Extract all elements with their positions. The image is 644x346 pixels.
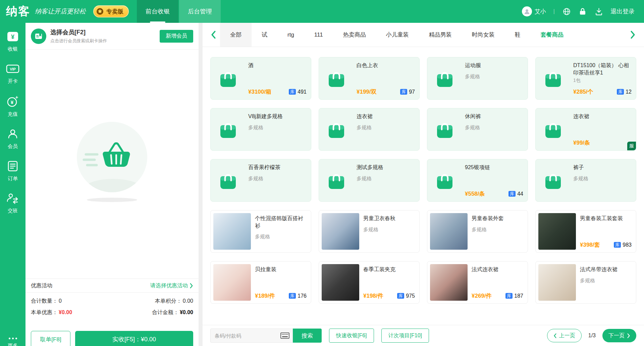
product-card[interactable]: 法式吊带连衣裙多规格 [535, 261, 636, 304]
product-name: 测试多规格 [357, 164, 415, 171]
next-page-button[interactable]: 下一页 [602, 329, 636, 342]
keyboard-icon[interactable] [280, 333, 289, 339]
sidebar-item-orders[interactable]: 订单 [0, 157, 25, 185]
select-promo-link[interactable]: 请选择优惠活动 [150, 282, 193, 289]
pagination: 上一页 1/3 下一页 [547, 329, 636, 342]
product-name: 运动服 [465, 62, 523, 69]
product-spec: 多规格 [357, 176, 415, 182]
product-name: 个性混搭韩版百搭衬衫 [255, 215, 307, 229]
more-dots-icon [9, 338, 17, 339]
product-card[interactable]: 个性混搭韩版百搭衬衫多规格 [210, 210, 311, 253]
product-card[interactable]: 休闲裤多规格 [427, 108, 528, 151]
sidebar-item-open-card[interactable]: VIP开卡 [0, 60, 25, 88]
bag-icon [536, 57, 571, 99]
globe-icon[interactable] [562, 7, 571, 16]
member-select-header[interactable]: 选择会员[F2] 点击进行会员搜索或刷卡操作 新增会员 [25, 23, 199, 50]
bag-icon [319, 159, 354, 201]
product-spec: 多规格 [580, 278, 632, 284]
download-icon[interactable] [594, 7, 603, 16]
product-card[interactable]: 男童春装工装套装¥398/套库983 [535, 210, 636, 253]
category-scroll-left-button[interactable] [207, 23, 220, 47]
discount-label: 本单优惠： [31, 309, 58, 316]
product-photo [213, 213, 251, 250]
category-tab[interactable]: 套餐商品 [531, 23, 574, 47]
user-account[interactable]: 艾小 [522, 6, 546, 16]
product-card[interactable]: 连衣裙多规格 [319, 108, 420, 151]
qty-label: 合计数量： [31, 298, 58, 305]
product-name: 男童春装外套 [472, 215, 523, 222]
category-tab[interactable]: rtg [277, 23, 304, 47]
chevron-left-icon [553, 333, 557, 338]
amount-value: ¥0.00 [180, 309, 193, 315]
edition-badge-icon [96, 8, 104, 15]
empty-cart-illustration [72, 122, 152, 202]
panel-actions: 取单[F8] 实收[F5]：¥0.00 [31, 331, 193, 346]
product-card[interactable]: 贝拉童装¥189/件库176 [210, 261, 311, 304]
sidebar-item-cashier[interactable]: ¥收银 [0, 28, 25, 56]
product-card[interactable]: 春季工装夹克¥198/件库975 [319, 261, 420, 304]
product-card[interactable]: 法式连衣裙¥269/件库187 [427, 261, 528, 304]
quick-cashier-button[interactable]: 快速收银[F6] [329, 329, 374, 343]
product-card[interactable]: 酒¥3100/箱库491 [210, 57, 311, 100]
sidebar-item-shift[interactable]: 交班 [0, 189, 25, 217]
product-card[interactable]: 男童春装外套多规格 [427, 210, 528, 253]
bag-icon [536, 108, 571, 150]
search-button[interactable]: 搜索 [293, 329, 322, 343]
prev-page-button[interactable]: 上一页 [547, 329, 582, 342]
product-grid: 酒¥3100/箱库491白色上衣¥199/双库97运动服多规格DT15100（箱… [210, 57, 636, 304]
top-nav-tabs: 前台收银后台管理 [137, 0, 221, 23]
lock-icon[interactable] [578, 7, 587, 16]
stock-badge: 库 [289, 293, 296, 299]
qty-value: 0 [59, 298, 62, 304]
category-tab[interactable]: 时尚女装 [462, 23, 505, 47]
product-card[interactable]: 裤子多规格 [535, 159, 636, 202]
app-logo: 纳客 [6, 4, 30, 19]
product-spec: 多规格 [465, 73, 523, 80]
product-card[interactable]: 运动服多规格 [427, 57, 528, 100]
category-tab[interactable]: 小儿童装 [376, 23, 419, 47]
edition-badge-label: 专卖版 [106, 8, 123, 15]
category-tab[interactable]: 全部 [220, 23, 252, 47]
product-card[interactable]: 白色上衣¥199/双库97 [319, 57, 420, 100]
count-project-button[interactable]: 计次项目[F10] [381, 329, 429, 343]
logout-button[interactable]: 退出登录 [610, 7, 635, 15]
product-name: 春季工装夹克 [363, 266, 415, 273]
category-tab[interactable]: 精品男装 [419, 23, 462, 47]
product-card[interactable]: DT15100（箱装） 心相印茶语丝享11包¥285/个库12 [535, 57, 636, 100]
category-tab[interactable]: 热卖商品 [333, 23, 376, 47]
category-tab[interactable]: 111 [304, 23, 333, 47]
product-card[interactable]: 百香果柠檬茶多规格 [210, 159, 311, 202]
sidebar-more-button[interactable]: 更多 [0, 338, 25, 346]
bag-icon [427, 57, 462, 99]
category-tab[interactable]: 试 [252, 23, 277, 47]
stock-badge: 库 [508, 191, 516, 197]
category-scroll-right-button[interactable] [626, 23, 639, 47]
stock-badge: 库 [617, 89, 624, 95]
sidebar-item-recharge[interactable]: ¥+充值 [0, 92, 25, 121]
svg-text:VIP: VIP [10, 67, 16, 71]
product-spec: 多规格 [573, 176, 632, 182]
points-value: 0.00 [183, 298, 193, 304]
sidebar-item-label: 交班 [8, 208, 18, 214]
product-price: ¥189/件 [255, 292, 275, 300]
product-photo [538, 213, 576, 250]
add-member-button[interactable]: 新增会员 [160, 30, 193, 43]
product-card[interactable]: 925银项链¥558/条库44 [427, 159, 528, 202]
sidebar-item-member[interactable]: 会员 [0, 125, 25, 153]
pay-button[interactable]: 实收[F5]：¥0.00 [75, 331, 193, 346]
edition-badge[interactable]: 专卖版 [93, 5, 129, 17]
product-card[interactable]: 男童卫衣春秋多规格 [319, 210, 420, 253]
hold-order-button[interactable]: 取单[F8] [31, 331, 70, 346]
member-icon [7, 128, 18, 141]
product-card[interactable]: 测试多规格多规格 [319, 159, 420, 202]
product-card[interactable]: V8j新建多规格多规格 [210, 108, 311, 151]
product-card[interactable]: 连衣裙¥99/条服 [535, 108, 636, 151]
top-tab-front-cashier[interactable]: 前台收银 [137, 0, 178, 23]
product-price: ¥285/个 [573, 88, 593, 96]
category-tab[interactable]: 鞋 [505, 23, 531, 47]
stock-badge: 库 [400, 89, 407, 95]
left-sidebar: ¥收银VIP开卡¥+充值会员订单交班 更多 [0, 23, 25, 346]
top-tab-back-admin[interactable]: 后台管理 [179, 0, 221, 23]
product-name: 贝拉童装 [255, 266, 307, 273]
product-price: ¥558/条 [465, 190, 485, 198]
